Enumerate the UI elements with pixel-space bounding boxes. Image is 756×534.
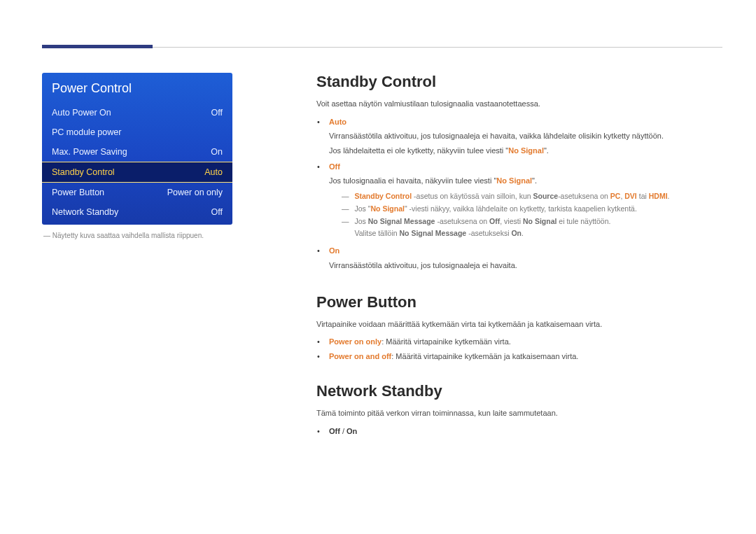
- text: : Määritä virtapainike kytkemään ja katk…: [391, 352, 578, 360]
- bullet-mark: •: [316, 336, 321, 349]
- option-on: On: [346, 427, 357, 435]
- text: Off: [489, 217, 500, 225]
- osd-item-network-standby[interactable]: Network Standby Off: [42, 202, 232, 222]
- section-lead: Tämä toiminto pitää verkon virran toimin…: [316, 407, 722, 420]
- osd-item-label: Max. Power Saving: [52, 147, 127, 157]
- section-title: Network Standby: [316, 382, 722, 400]
- osd-item-value: On: [211, 147, 223, 157]
- text: -asetuksena on: [558, 192, 610, 200]
- note-body: Standby Control -asetus on käytössä vain…: [355, 190, 723, 203]
- option-off: Off: [329, 427, 340, 435]
- text: " -viesti näkyy, vaikka lähdelaite on ky…: [405, 204, 637, 213]
- osd-item-label: PC module power: [52, 127, 121, 137]
- text: DVI: [624, 192, 637, 200]
- text: No Signal Message: [368, 217, 435, 225]
- text: ".: [544, 146, 549, 155]
- section-lead: Virtapainike voidaan määrittää kytkemään…: [316, 318, 722, 331]
- bullet-body: Power on and off: Määritä virtapainike k…: [329, 351, 722, 363]
- section-title: Power Button: [316, 293, 722, 311]
- bullet-body: On Virransäästötila aktivoituu, jos tulo…: [329, 245, 722, 273]
- text: -asetus on käytössä vain silloin, kun: [412, 192, 533, 200]
- osd-item-value: Power on only: [167, 188, 223, 197]
- text: .: [522, 229, 524, 237]
- header-accent: [42, 45, 153, 48]
- bullet-list: • Auto Virransäästötila aktivoituu, jos …: [316, 116, 722, 274]
- text: ".: [532, 176, 537, 185]
- note-line: ― Jos No Signal Message -asetuksena on O…: [342, 216, 722, 241]
- note-dash-icon: ―: [342, 216, 349, 241]
- bullet-on: • On Virransäästötila aktivoituu, jos tu…: [316, 245, 722, 273]
- osd-item-standby-control[interactable]: Standby Control Auto: [42, 162, 232, 183]
- text: Jos: [355, 217, 368, 225]
- note-dash-icon: ―: [342, 190, 349, 203]
- section-network-standby: Network Standby Tämä toiminto pitää verk…: [316, 382, 722, 437]
- osd-title: Power Control: [42, 73, 232, 103]
- section-power-button: Power Button Virtapainike voidaan määrit…: [316, 293, 722, 363]
- text: HDMI: [649, 192, 668, 200]
- bullet-mark: •: [316, 426, 321, 438]
- text: Jos lähdelaitetta ei ole kytketty, näkyv…: [329, 146, 508, 155]
- text: -asetuksena on: [435, 217, 489, 225]
- note-group: ― Standby Control -asetus on käytössä va…: [342, 190, 722, 240]
- bullet-list: • Power on only: Määritä virtapainike ky…: [316, 336, 722, 363]
- note-dash-icon: ―: [342, 203, 349, 216]
- osd-item-power-button[interactable]: Power Button Power on only: [42, 183, 232, 202]
- two-column-layout: Power Control Auto Power On Off PC modul…: [42, 73, 722, 457]
- text: Jos ": [355, 204, 371, 213]
- bullet-mark: •: [316, 351, 321, 363]
- osd-panel: Power Control Auto Power On Off PC modul…: [42, 73, 232, 225]
- text: ei tule näyttöön.: [556, 217, 610, 225]
- bullet-body: Auto Virransäästötila aktivoituu, jos tu…: [329, 116, 722, 159]
- text: Standby Control: [355, 192, 412, 200]
- osd-item-value: Off: [211, 207, 223, 217]
- bullet-body: Off / On: [329, 426, 722, 438]
- bullet-power-on-and-off: • Power on and off: Määritä virtapainike…: [316, 351, 722, 363]
- text: No Signal Message: [400, 229, 467, 237]
- text: /: [340, 427, 346, 435]
- section-title: Standby Control: [316, 73, 722, 91]
- osd-footnote: Näytetty kuva saattaa vaihdella mallista…: [43, 232, 277, 239]
- highlight-no-signal: No Signal: [496, 176, 532, 185]
- text: Valitse tällöin: [355, 229, 400, 237]
- osd-item-auto-power-on[interactable]: Auto Power On Off: [42, 103, 232, 122]
- left-column: Power Control Auto Power On Off PC modul…: [42, 73, 277, 457]
- section-standby-control: Standby Control Voit asettaa näytön valm…: [316, 73, 722, 274]
- text: PC: [610, 192, 621, 200]
- bullet-mark: •: [316, 161, 321, 244]
- bullet-power-on-only: • Power on only: Määritä virtapainike ky…: [316, 336, 722, 349]
- text: No Signal: [370, 204, 404, 213]
- note-line: ― Jos "No Signal" -viesti näkyy, vaikka …: [342, 203, 722, 216]
- bullet-label: Auto: [329, 118, 346, 126]
- text: -asetukseksi: [466, 229, 511, 237]
- osd-item-label: Power Button: [52, 188, 104, 197]
- text: No Signal: [523, 217, 556, 225]
- bullet-off-on: • Off / On: [316, 426, 722, 438]
- bullet-label: Power on and off: [329, 352, 391, 360]
- right-column: Standby Control Voit asettaa näytön valm…: [316, 73, 722, 457]
- bullet-mark: •: [316, 245, 321, 273]
- bullet-off: • Off Jos tulosignaalia ei havaita, näky…: [316, 161, 722, 244]
- note-body: Jos "No Signal" -viesti näkyy, vaikka lä…: [355, 203, 723, 216]
- highlight-no-signal: No Signal: [508, 146, 544, 155]
- bullet-label: On: [329, 246, 340, 255]
- bullet-list: • Off / On: [316, 426, 722, 438]
- osd-item-label: Network Standby: [52, 207, 118, 217]
- bullet-body: Power on only: Määritä virtapainike kytk…: [329, 336, 722, 349]
- text: tai: [637, 192, 649, 200]
- text: On: [511, 229, 522, 237]
- section-lead: Voit asettaa näytön valmiustilaan tulosi…: [316, 98, 722, 111]
- osd-item-value: Auto: [204, 167, 223, 177]
- bullet-mark: •: [316, 116, 321, 159]
- osd-item-pc-module-power[interactable]: PC module power: [42, 122, 232, 142]
- note-body: Jos No Signal Message -asetuksena on Off…: [355, 216, 723, 241]
- manual-page: Power Control Auto Power On Off PC modul…: [0, 0, 756, 485]
- osd-item-max-power-saving[interactable]: Max. Power Saving On: [42, 142, 232, 162]
- text: Jos tulosignaalia ei havaita, näkyviin t…: [329, 176, 496, 185]
- text: : Määritä virtapainike kytkemään virta.: [382, 337, 511, 346]
- bullet-auto: • Auto Virransäästötila aktivoituu, jos …: [316, 116, 722, 159]
- note-line: ― Standby Control -asetus on käytössä va…: [342, 190, 722, 203]
- bullet-subline: Jos lähdelaitetta ei ole kytketty, näkyv…: [329, 144, 722, 157]
- bullet-label: Off: [329, 162, 340, 171]
- text: Source: [533, 192, 559, 200]
- bullet-subline: Virransäästötila aktivoituu, jos tulosig…: [329, 129, 722, 143]
